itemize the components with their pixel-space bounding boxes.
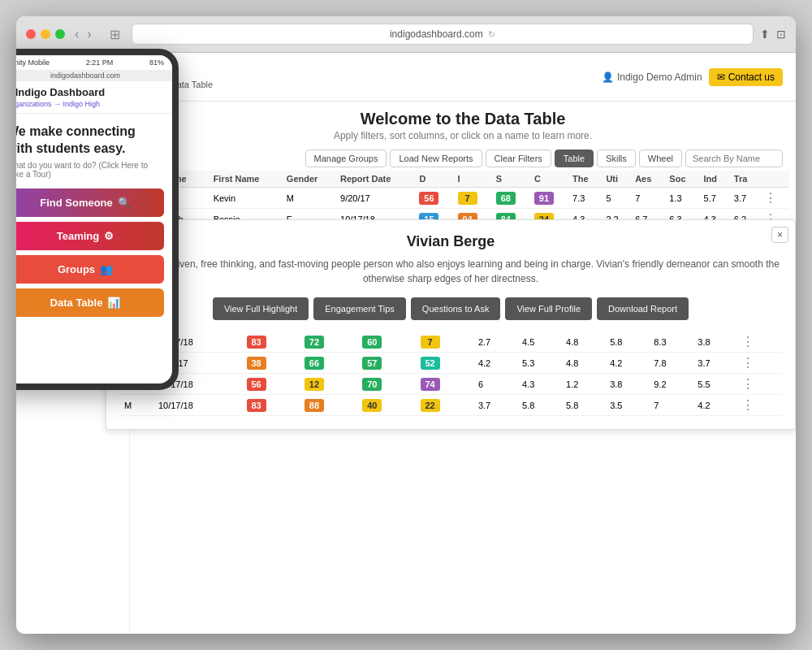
cell-i: 66	[300, 353, 357, 374]
row-more-button[interactable]: ⋮	[741, 376, 754, 392]
cell-d: 38	[242, 353, 300, 374]
cell-i: 72	[300, 332, 357, 353]
row-more-button[interactable]: ⋮	[741, 355, 754, 370]
cell-the: 7.3	[568, 188, 601, 209]
search-icon: 🔍	[118, 197, 131, 209]
bottom-table-row[interactable]: M10/17/18838840223.75.85.83.574.2⋮	[130, 395, 782, 416]
cell-the: 4.2	[473, 353, 517, 374]
mobile-data-table-button[interactable]: Data Table 📊	[16, 288, 164, 317]
wheel-tab-button[interactable]: Wheel	[639, 150, 682, 167]
col-d[interactable]: D	[414, 171, 452, 188]
table-icon: 📊	[107, 297, 120, 309]
col-reportdate[interactable]: Report Date	[335, 171, 414, 188]
cell-d: 56	[242, 374, 300, 395]
cell-c: 22	[416, 395, 473, 416]
skills-tab-button[interactable]: Skills	[597, 150, 636, 167]
bottom-table-row[interactable]: M9/20/17386657524.25.34.84.27.83.7⋮	[130, 353, 782, 374]
cell-s: 57	[357, 353, 415, 374]
clear-filters-button[interactable]: Clear Filters	[486, 150, 551, 167]
cell-uti: 4.5	[517, 332, 561, 353]
col-firstname[interactable]: First Name	[209, 171, 282, 188]
cell-more[interactable]: ⋮	[736, 332, 782, 353]
close-button[interactable]	[26, 29, 36, 39]
col-s[interactable]: S	[491, 171, 529, 188]
forward-button[interactable]: ›	[84, 25, 94, 43]
cell-more[interactable]: ⋮	[759, 188, 789, 209]
reload-icon[interactable]: ↻	[488, 29, 495, 40]
minimize-button[interactable]	[41, 29, 50, 39]
cell-d: 83	[242, 332, 300, 353]
detail-panel: × Vivian Berge Vivian is a driven, free …	[130, 219, 796, 430]
view-full-highlight-button[interactable]: View Full Highlight	[213, 297, 309, 320]
cell-aes: 4.8	[561, 332, 605, 353]
maximize-button[interactable]	[55, 29, 65, 39]
cell-i: 7	[453, 188, 491, 209]
manage-groups-button[interactable]: Manage Groups	[305, 150, 387, 167]
groups-icon: 👥	[100, 263, 113, 275]
cell-tra: 4.2	[693, 395, 736, 416]
cell-more[interactable]: ⋮	[736, 374, 782, 395]
table-tab-button[interactable]: Table	[555, 150, 594, 167]
share-button[interactable]: ⬆	[760, 28, 770, 41]
url-text: indigodashboard.com	[390, 28, 483, 40]
browser-chrome: ‹ › ⊞ indigodashboard.com ↻ ⬆ ⊡	[16, 16, 796, 53]
bottom-table-row[interactable]: M10/17/185612707464.31.23.89.25.5⋮	[130, 374, 782, 395]
mobile-groups-button[interactable]: Groups 👥	[16, 255, 164, 284]
engagement-tips-button[interactable]: Engagement Tips	[313, 297, 406, 320]
close-detail-button[interactable]: ×	[771, 227, 788, 243]
cell-c: 52	[416, 353, 473, 374]
row-more-button[interactable]: ⋮	[741, 334, 754, 349]
mobile-url-bar[interactable]: indigodashboard.com	[16, 70, 172, 81]
mobile-header: ♦ Indigo Dashboard Organizations → Indig…	[16, 81, 172, 114]
col-actions	[759, 171, 789, 188]
page-subtitle: Apply filters, sort columns, or click on…	[143, 130, 783, 141]
cell-uti: 4.3	[517, 374, 561, 395]
col-the[interactable]: The	[568, 171, 601, 188]
cell-c: 74	[416, 374, 473, 395]
bottom-table-row[interactable]: M10/17/1883726072.74.54.85.88.33.8⋮	[130, 332, 782, 353]
admin-label: 👤 Indigo Demo Admin	[602, 72, 702, 83]
cell-soc: 3.8	[605, 374, 649, 395]
table-row[interactable]: AbshireKevinM9/20/1756768917.3571.35.73.…	[136, 188, 789, 209]
bottom-rows-table: M10/17/1883726072.74.54.85.88.33.8⋮M9/20…	[130, 332, 782, 416]
traffic-lights	[26, 29, 65, 39]
col-gender[interactable]: Gender	[282, 171, 335, 188]
cell-gender: M	[282, 188, 335, 209]
row-more-button[interactable]: ⋮	[741, 397, 754, 413]
sidebar-toggle-button[interactable]: ⊞	[105, 25, 125, 44]
col-tra[interactable]: Tra	[729, 171, 759, 188]
cell-the: 6	[473, 374, 517, 395]
col-soc[interactable]: Soc	[664, 171, 698, 188]
new-tab-button[interactable]: ⊡	[776, 28, 786, 41]
cell-more[interactable]: ⋮	[736, 395, 782, 416]
cell-date: 9/20/17	[335, 188, 414, 209]
header-right: 👤 Indigo Demo Admin ✉ Contact us	[602, 68, 783, 86]
carrier-text: Klinity Mobile	[16, 58, 50, 67]
row-more-button[interactable]: ⋮	[764, 190, 777, 206]
search-input[interactable]	[685, 150, 783, 167]
detail-description: Vivian is a driven, free thinking, and f…	[130, 257, 782, 286]
address-bar[interactable]: indigodashboard.com ↻	[132, 24, 754, 45]
view-full-profile-button[interactable]: View Full Profile	[505, 297, 592, 320]
download-report-button[interactable]: Download Report	[597, 297, 689, 320]
load-new-reports-button[interactable]: Load New Reports	[390, 150, 482, 167]
col-c[interactable]: C	[529, 171, 568, 188]
questions-to-ask-button[interactable]: Questions to Ask	[411, 297, 501, 320]
cell-s: 40	[357, 395, 415, 416]
col-uti[interactable]: Uti	[601, 171, 630, 188]
mobile-status-bar: Klinity Mobile 2:21 PM 81%	[16, 55, 172, 70]
col-i[interactable]: I	[453, 171, 491, 188]
contact-button[interactable]: ✉ Contact us	[709, 68, 783, 86]
mobile-teaming-button[interactable]: Teaming ⚙	[16, 222, 164, 250]
cell-the: 3.7	[473, 395, 517, 416]
mobile-phone: Klinity Mobile 2:21 PM 81% indigodashboa…	[16, 49, 179, 390]
cell-more[interactable]: ⋮	[736, 353, 782, 374]
col-aes[interactable]: Aes	[630, 171, 664, 188]
mobile-find-someone-button[interactable]: Find Someone 🔍	[16, 188, 164, 217]
col-ind[interactable]: Ind	[699, 171, 729, 188]
mobile-subtext: What do you want to do? (Click Here to T…	[16, 161, 164, 179]
cell-soc: 5.8	[605, 332, 649, 353]
browser-window: ‹ › ⊞ indigodashboard.com ↻ ⬆ ⊡ ♦ Indigo…	[16, 16, 796, 634]
table-area: Welcome to the Data Table Apply filters,…	[130, 102, 796, 634]
back-button[interactable]: ‹	[71, 25, 82, 43]
